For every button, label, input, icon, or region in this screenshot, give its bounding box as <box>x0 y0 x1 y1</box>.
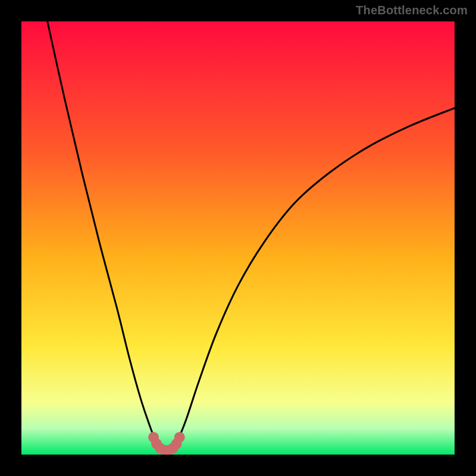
watermark-label: TheBottleneck.com <box>356 4 468 17</box>
plot-area <box>21 21 455 455</box>
chart-background <box>21 21 455 455</box>
chart-frame: TheBottleneck.com <box>0 0 476 476</box>
series-valley-dots-point <box>174 432 185 443</box>
chart-svg <box>21 21 455 455</box>
